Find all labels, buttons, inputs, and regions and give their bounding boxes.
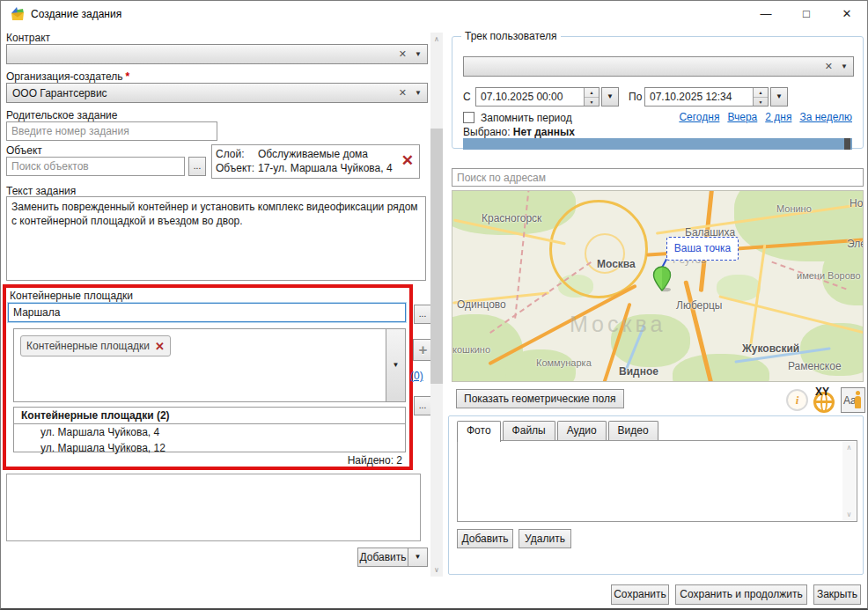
remove-object-icon[interactable]: ✕	[400, 147, 416, 176]
track-time-slider[interactable]	[463, 138, 852, 150]
to-date-value: 07.10.2025 12:34	[645, 88, 753, 106]
photo-scrollbar[interactable]: ∧ ∨	[842, 442, 856, 520]
photo-list-panel[interactable]: ∧ ∨	[457, 440, 857, 522]
to-date-field[interactable]: 07.10.2025 12:34 ▲▼	[644, 87, 769, 107]
search-results-list: Контейнерные площадки (2) ул. Маршала Чу…	[13, 407, 406, 452]
save-button[interactable]: Сохранить	[611, 584, 669, 605]
spin-down-icon[interactable]: ▼	[754, 98, 768, 107]
window-title: Создание задания	[31, 8, 121, 20]
task-form-panel: Контракт ✕ ▼ Организация-создатель* ООО …	[6, 29, 428, 584]
maximize-icon[interactable]: □	[786, 1, 827, 27]
scroll-up-icon[interactable]: ∧	[842, 444, 856, 452]
map[interactable]: Красногорск Монино Но Балашиха Элек Реут…	[452, 190, 864, 382]
tab-photo[interactable]: Фото	[457, 421, 501, 442]
spin-up-icon[interactable]: ▲	[585, 88, 599, 98]
scroll-down-icon[interactable]: ∨	[430, 563, 443, 577]
object-browse-button[interactable]: ...	[188, 157, 206, 176]
xy-text: XY	[815, 386, 829, 398]
selected-sites-list[interactable]	[6, 474, 421, 541]
address-search-input[interactable]	[452, 168, 864, 187]
browse-button[interactable]: ...	[414, 396, 431, 415]
map-label: Люберцы	[676, 299, 722, 312]
clear-icon[interactable]: ✕	[399, 87, 407, 99]
result-item[interactable]: ул. Маршала Чуйкова, 4	[14, 424, 405, 440]
container-sites-search-input[interactable]	[8, 303, 406, 322]
container-sites-browse-button[interactable]: ...	[414, 305, 431, 324]
tab-audio[interactable]: Аудио	[557, 421, 607, 441]
labels-toggle-icon[interactable]: Aa	[841, 387, 865, 413]
organization-value: ООО Гарантсервис	[12, 87, 399, 99]
scrollbar-thumb[interactable]	[430, 129, 443, 384]
clear-icon[interactable]: ✕	[399, 48, 407, 60]
period-link-2days[interactable]: 2 дня	[765, 111, 791, 123]
map-label: Раменское	[788, 360, 842, 372]
remember-period-checkbox[interactable]	[463, 112, 474, 123]
user-combobox[interactable]: ✕ ▼	[463, 56, 854, 77]
chip-label: Контейнерные площадки	[26, 340, 150, 352]
selected-value: Нет данных	[513, 126, 575, 138]
organization-combobox[interactable]: ООО Гарантсервис ✕ ▼	[6, 83, 428, 103]
organization-label-text: Организация-создатель	[6, 70, 123, 83]
app-icon	[10, 6, 26, 22]
map-label: Монино	[776, 203, 812, 214]
to-date-dropdown-icon[interactable]: ▼	[770, 87, 788, 107]
from-date-field[interactable]: 07.10.2025 00:00 ▲▼	[475, 87, 600, 107]
object-label: Объект	[6, 144, 42, 157]
count-link[interactable]: (0)	[410, 370, 423, 382]
to-label: По	[629, 91, 642, 103]
chevron-down-icon[interactable]: ▼	[386, 329, 405, 401]
spin-down-icon[interactable]: ▼	[585, 98, 599, 107]
form-scrollbar[interactable]: ∧ ∨	[430, 33, 443, 577]
results-count: Найдено: 2	[348, 454, 402, 467]
from-date-spinner[interactable]: ▲▼	[584, 88, 599, 106]
attachments-tabs: Фото Файлы Аудио Видео	[457, 421, 660, 441]
person-glyph	[856, 391, 860, 395]
task-text-area[interactable]: Заменить поврежденный контейнер и устано…	[6, 196, 426, 281]
scroll-down-icon[interactable]: ∨	[842, 511, 856, 518]
contract-combobox[interactable]: ✕ ▼	[6, 44, 428, 64]
tab-video[interactable]: Видео	[608, 421, 658, 441]
show-geometry-button[interactable]: Показать геометрические поля	[456, 389, 624, 408]
add-button[interactable]: Добавить	[357, 548, 408, 567]
period-link-today[interactable]: Сегодня	[679, 111, 719, 123]
save-and-continue-button[interactable]: Сохранить и продолжить	[675, 584, 807, 605]
person-glyph	[855, 396, 861, 408]
map-label: Элек	[847, 238, 864, 250]
selected-object-rows: Слой:Обслуживаемые дома Объект:17-ул. Ма…	[216, 147, 400, 176]
chevron-down-icon[interactable]: ▼	[415, 89, 422, 97]
result-item[interactable]: ул. Маршала Чуйкова, 12	[14, 440, 405, 456]
chevron-down-icon[interactable]: ▼	[841, 62, 848, 70]
your-point-callout[interactable]: Ваша точка	[666, 237, 739, 261]
required-mark: *	[126, 70, 130, 83]
tab-files[interactable]: Файлы	[503, 421, 555, 441]
attachment-add-button[interactable]: Добавить	[457, 529, 513, 548]
location-pin-icon[interactable]	[651, 266, 673, 292]
globe-equator	[813, 401, 835, 403]
from-date-dropdown-icon[interactable]: ▼	[601, 87, 619, 107]
add-dropdown-icon[interactable]: ▼	[408, 548, 428, 567]
title-bar: Создание задания — □ ✕	[1, 1, 867, 27]
close-button[interactable]: Закрыть	[813, 584, 861, 605]
object-row: Объект:17-ул. Маршала Чуйкова, 4	[216, 161, 400, 175]
close-icon[interactable]: ✕	[827, 1, 867, 27]
container-sites-highlight: Контейнерные площадки Контейнерные площа…	[3, 284, 413, 470]
scroll-up-icon[interactable]: ∧	[430, 33, 443, 46]
period-link-yesterday[interactable]: Вчера	[727, 111, 757, 123]
map-label: имени Ворово	[797, 270, 861, 281]
clear-icon[interactable]: ✕	[825, 61, 833, 72]
info-icon[interactable]: i	[786, 389, 808, 411]
coordinates-globe-icon[interactable]: XY	[813, 387, 836, 413]
layer-filter-chip[interactable]: Контейнерные площадки ✕	[20, 335, 171, 356]
object-value: 17-ул. Маршала Чуйкова, 4	[258, 161, 393, 175]
object-search-input[interactable]	[6, 157, 185, 176]
minimize-icon[interactable]: —	[746, 1, 786, 27]
chip-remove-icon[interactable]: ✕	[155, 340, 165, 353]
period-link-week[interactable]: За неделю	[799, 111, 852, 123]
attachment-delete-button[interactable]: Удалить	[519, 529, 571, 548]
user-track-group: Трек пользователя ✕ ▼ С 07.10.2025 00:00…	[452, 36, 864, 149]
chevron-down-icon[interactable]: ▼	[415, 50, 422, 58]
parent-task-input[interactable]	[6, 121, 217, 141]
spin-up-icon[interactable]: ▲	[754, 88, 768, 98]
to-date-spinner[interactable]: ▲▼	[753, 88, 768, 106]
slider-handle[interactable]	[844, 138, 850, 150]
